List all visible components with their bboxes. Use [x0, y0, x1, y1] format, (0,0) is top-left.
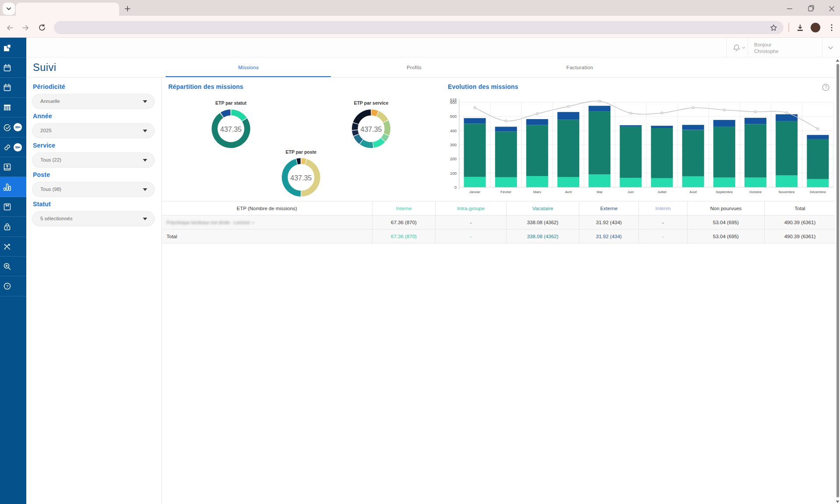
- svg-text:500: 500: [450, 114, 457, 119]
- svg-text:Avril: Avril: [565, 190, 572, 194]
- svg-text:Août: Août: [690, 190, 697, 194]
- svg-text:Décembre: Décembre: [810, 190, 826, 194]
- svg-text:Septembre: Septembre: [716, 190, 733, 194]
- svg-text:400: 400: [450, 129, 457, 133]
- svg-text:Juin: Juin: [627, 190, 634, 194]
- svg-text:Octobre: Octobre: [749, 190, 762, 194]
- svg-text:100: 100: [450, 171, 457, 176]
- svg-text:Février: Février: [500, 190, 511, 194]
- svg-text:300: 300: [450, 143, 457, 147]
- svg-text:200: 200: [450, 157, 457, 161]
- svg-text:Janvier: Janvier: [469, 190, 481, 194]
- svg-text:Mai: Mai: [597, 190, 603, 194]
- svg-text:Juillet: Juillet: [657, 190, 666, 194]
- svg-text:Mars: Mars: [533, 190, 541, 194]
- svg-text:0: 0: [454, 185, 457, 190]
- svg-text:Novembre: Novembre: [779, 190, 795, 194]
- svg-text:618: 618: [450, 98, 457, 102]
